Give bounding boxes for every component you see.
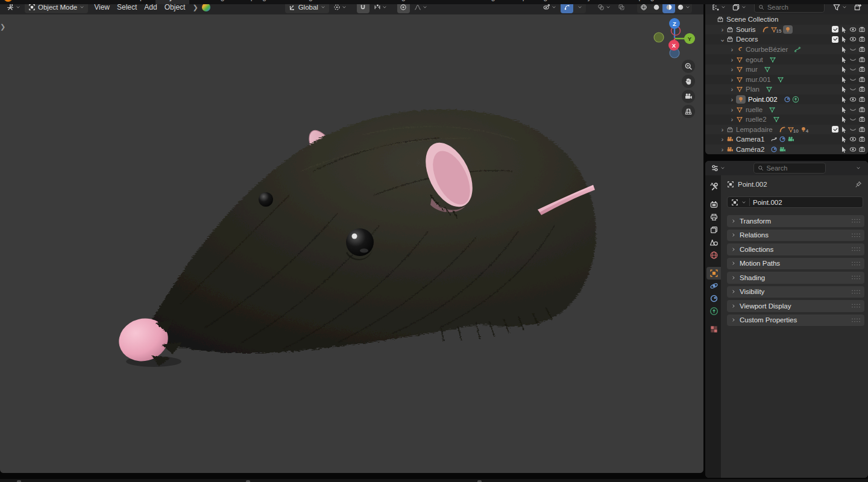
panel-drag-grip[interactable] [851, 289, 860, 295]
properties-tab-objsq[interactable] [706, 267, 721, 280]
cursor-toggle[interactable] [840, 46, 848, 53]
disclosure-closed-icon[interactable]: › [728, 86, 736, 93]
properties-tab-world[interactable] [706, 249, 721, 261]
eyeclosed-toggle[interactable] [849, 56, 857, 63]
cam-toggle[interactable] [858, 46, 866, 53]
eyeclosed-toggle[interactable] [849, 66, 857, 73]
exclude-checkbox[interactable] [832, 126, 838, 133]
camera-view-button[interactable] [682, 90, 695, 103]
disclosure-closed-icon[interactable]: › [719, 136, 726, 143]
tab-modeling[interactable]: Modeling [189, 0, 231, 4]
eyeclosed-toggle[interactable] [849, 116, 857, 123]
properties-tab-tool[interactable] [706, 180, 721, 193]
eyeclosed-toggle[interactable] [849, 126, 857, 133]
properties-tab-checker[interactable] [706, 323, 721, 336]
disclosure-closed-icon[interactable]: › [719, 126, 726, 133]
eye-toggle[interactable] [849, 136, 857, 143]
cam-toggle[interactable] [858, 146, 866, 153]
cursor-toggle[interactable] [840, 26, 848, 33]
cam-toggle[interactable] [858, 116, 866, 123]
eyeclosed-toggle[interactable] [849, 106, 857, 113]
menu-edit[interactable]: Edit [37, 0, 58, 2]
properties-tab-physics[interactable] [706, 280, 721, 292]
panel-motion-paths[interactable]: Motion Paths [727, 258, 864, 270]
outliner-row[interactable]: ›Souris 15 [705, 25, 868, 35]
panel-drag-grip[interactable] [851, 261, 860, 266]
menu-file[interactable]: File [17, 0, 37, 2]
zoom-button[interactable] [682, 60, 695, 73]
properties-tab-scene[interactable] [706, 236, 721, 249]
outliner-row[interactable]: ›egout [705, 54, 868, 64]
outliner-row[interactable]: ›mur [705, 64, 868, 75]
menu-window[interactable]: Window [90, 0, 125, 2]
disclosure-closed-icon[interactable]: › [719, 146, 726, 153]
outliner-row[interactable]: ›ruelle [705, 104, 868, 114]
panel-drag-grip[interactable] [851, 233, 860, 238]
eye-toggle[interactable] [849, 146, 857, 153]
disclosure-closed-icon[interactable]: › [728, 106, 736, 113]
rat-far-eye[interactable] [259, 192, 273, 207]
cursor-toggle[interactable] [840, 146, 848, 153]
pin-icon[interactable] [855, 181, 862, 188]
cam-toggle[interactable] [858, 136, 866, 143]
outliner-search-input[interactable] [767, 4, 820, 11]
properties-options-button[interactable] [852, 163, 864, 174]
outliner-row[interactable]: ›Caméra2 [705, 145, 868, 154]
cursor-toggle[interactable] [840, 136, 848, 143]
exclude-checkbox[interactable] [832, 26, 838, 33]
disclosure-closed-icon[interactable]: › [728, 46, 736, 53]
properties-tab-photos[interactable] [706, 224, 721, 236]
cam-toggle[interactable] [858, 96, 866, 103]
disclosure-closed-icon[interactable]: › [728, 76, 736, 83]
cam-toggle[interactable] [858, 66, 866, 73]
menu-render[interactable]: Render [58, 0, 90, 2]
properties-tab-constraint[interactable] [706, 292, 721, 305]
disclosure-open-icon[interactable]: ⌄ [719, 35, 726, 43]
cam-toggle[interactable] [858, 36, 866, 43]
properties-tab-printer[interactable] [706, 211, 721, 224]
outliner-row[interactable]: ›mur.001 [705, 75, 868, 85]
disclosure-closed-icon[interactable]: › [719, 26, 726, 33]
tab-animation[interactable]: Animation [412, 0, 456, 4]
panel-viewport-display[interactable]: Viewport Display [727, 300, 864, 312]
cursor-toggle[interactable] [840, 66, 848, 73]
eyeclosed-toggle[interactable] [849, 76, 857, 83]
outliner-row[interactable]: ⌄Decors [705, 34, 868, 45]
cursor-toggle[interactable] [840, 126, 848, 133]
add-workspace-button[interactable]: + [662, 0, 676, 4]
eyeclosed-toggle[interactable] [849, 46, 857, 53]
outliner-row[interactable]: ›CourbeBézier [705, 45, 868, 55]
properties-tab-bulbring[interactable] [706, 305, 721, 318]
disclosure-closed-icon[interactable]: › [728, 116, 736, 123]
outliner-row[interactable]: ›Lempadaire 104 [705, 125, 868, 135]
panel-drag-grip[interactable] [851, 303, 860, 308]
eye-toggle[interactable] [849, 36, 857, 43]
outliner-row[interactable]: Scene Collection [705, 14, 868, 25]
cursor-toggle[interactable] [840, 116, 848, 123]
tab-sculpting[interactable]: Sculpting [231, 0, 272, 4]
disclosure-closed-icon[interactable]: › [728, 66, 736, 73]
perspective-toggle-button[interactable] [682, 105, 695, 118]
eyeclosed-toggle[interactable] [849, 86, 857, 93]
eye-toggle[interactable] [849, 26, 857, 33]
panel-custom-properties[interactable]: Custom Properties [727, 315, 864, 327]
pan-hand-button[interactable] [682, 75, 695, 88]
cursor-toggle[interactable] [840, 76, 848, 83]
tab-compositing[interactable]: Compositing [501, 0, 553, 4]
panel-collections[interactable]: Collections [727, 243, 864, 255]
outliner-row[interactable]: ›Camera1 [705, 134, 868, 145]
properties-search-input[interactable] [767, 164, 822, 172]
cam-toggle[interactable] [858, 26, 866, 33]
panel-drag-grip[interactable] [851, 318, 860, 323]
tab-geometry-nodes[interactable]: Geometry Nodes [553, 0, 620, 4]
cam-toggle[interactable] [858, 86, 866, 93]
cursor-toggle[interactable] [840, 36, 848, 43]
tab-scripting[interactable]: Scripting [620, 0, 661, 4]
tab-texture-paint[interactable]: Texture Paint [319, 0, 373, 4]
tab-rendering[interactable]: Rendering [456, 0, 501, 4]
blender-logo-icon[interactable] [4, 0, 13, 2]
outliner-row[interactable]: ›Plan [705, 84, 868, 95]
tab-shading[interactable]: Shading [373, 0, 412, 4]
properties-editor-type-button[interactable] [709, 163, 727, 174]
exclude-checkbox[interactable] [832, 36, 838, 43]
